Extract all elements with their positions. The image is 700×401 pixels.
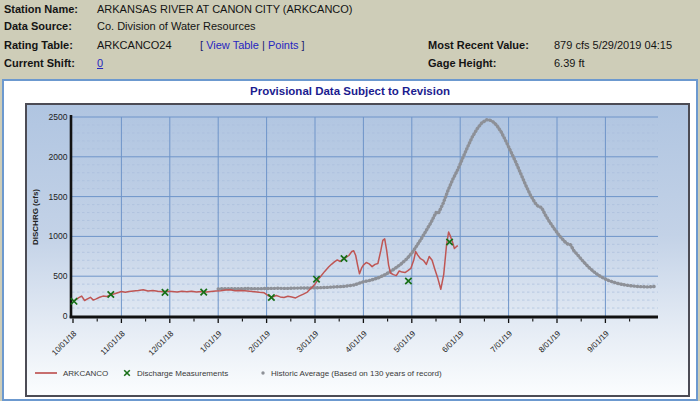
x-tick-label: 6/01/19 <box>440 329 466 355</box>
station-page: Station Name: ARKANSAS RIVER AT CANON CI… <box>0 0 700 401</box>
most-recent-value-label: Most Recent Value: <box>428 39 529 51</box>
x-tick-label: 8/01/19 <box>537 329 563 355</box>
gage-height-value: 6.39 ft <box>554 57 585 69</box>
y-tick-label: 0 <box>63 311 68 321</box>
chart-panel: 0500100015002000250010/01/1811/01/1812/0… <box>25 103 690 397</box>
x-tick-label: 9/01/19 <box>586 329 612 355</box>
legend-label: Historic Average (Based on 130 years of … <box>271 369 442 378</box>
view-table-link[interactable]: View Table <box>206 39 259 51</box>
y-tick-label: 2000 <box>49 152 68 162</box>
data-source-label: Data Source: <box>4 20 72 32</box>
x-tick-label: 2/01/19 <box>247 329 273 355</box>
link-separator: | <box>262 39 265 51</box>
x-tick-label: 7/01/19 <box>489 329 515 355</box>
data-source-value: Co. Division of Water Resources <box>97 20 256 32</box>
y-tick-label: 2500 <box>49 112 68 122</box>
open-bracket: [ <box>200 39 203 51</box>
y-axis-title: DISCHRG (cfs) <box>31 189 40 245</box>
station-name-value: ARKANSAS RIVER AT CANON CITY (ARKCANCO) <box>97 3 353 15</box>
chart-title: Provisional Data Subject to Revision <box>4 85 696 97</box>
points-link[interactable]: Points <box>268 39 299 51</box>
x-tick-label: 12/01/18 <box>147 329 176 358</box>
x-tick-label: 11/01/18 <box>99 329 127 357</box>
rating-table-links: [ View Table | Points ] <box>200 39 305 51</box>
y-tick-label: 1000 <box>49 231 68 241</box>
y-tick-label: 500 <box>53 271 67 281</box>
hydrograph-chart-box: Provisional Data Subject to Revision 050… <box>2 79 698 401</box>
rating-table-label: Rating Table: <box>4 39 73 51</box>
x-tick-label: 4/01/19 <box>344 329 370 355</box>
hydrograph-plot: 0500100015002000250010/01/1811/01/1812/0… <box>27 105 684 391</box>
rating-table-value: ARKCANCO24 <box>97 39 172 51</box>
discharge-measurement-marker <box>268 294 274 300</box>
legend-dot-sample <box>261 371 264 374</box>
gage-height-label: Gage Height: <box>428 57 496 69</box>
x-tick-label: 3/01/19 <box>295 329 321 355</box>
station-name-label: Station Name: <box>4 3 78 15</box>
discharge-measurement-marker <box>341 255 347 261</box>
current-shift-link[interactable]: 0 <box>97 57 103 69</box>
x-tick-label: 10/01/18 <box>50 329 79 358</box>
x-tick-label: 1/01/19 <box>198 329 224 355</box>
x-tick-label: 5/01/19 <box>392 329 418 355</box>
discharge-measurement-marker <box>405 278 411 284</box>
legend-label: ARKCANCO <box>63 369 108 378</box>
y-tick-label: 1500 <box>49 192 68 202</box>
most-recent-value: 879 cfs 5/29/2019 04:15 <box>554 39 672 51</box>
close-bracket: ] <box>302 39 305 51</box>
legend-label: Discharge Measurements <box>137 369 228 378</box>
current-shift-label: Current Shift: <box>4 57 75 69</box>
legend-x-sample <box>124 370 130 376</box>
